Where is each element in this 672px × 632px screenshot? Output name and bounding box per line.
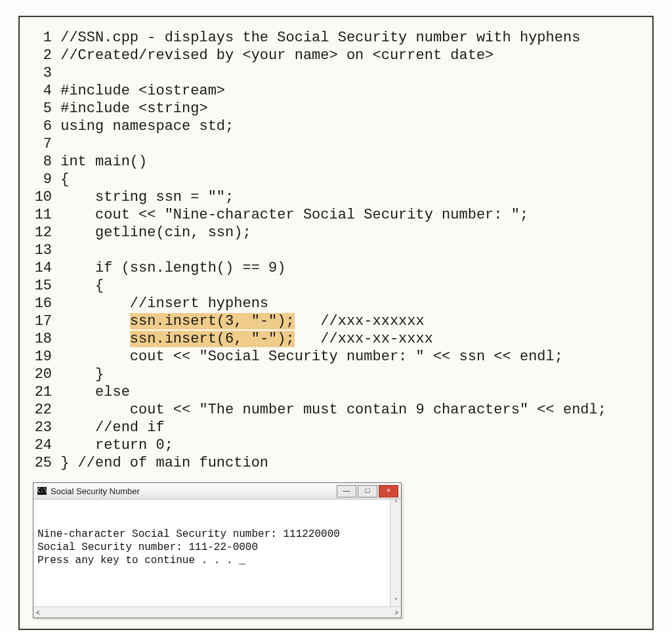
scroll-right-icon[interactable]: > [394, 609, 398, 616]
code-text: #include <string> [60, 100, 207, 117]
line-number: 15 [33, 277, 52, 295]
code-text: cout << "Social Security number: " << ss… [60, 348, 563, 365]
code-text: cout << "The number must contain 9 chara… [60, 402, 606, 418]
code-line: 14 if (ssn.length() == 9) [33, 259, 639, 277]
line-number: 7 [33, 135, 52, 153]
line-number: 12 [33, 224, 52, 242]
code-text: #include <iostream> [60, 83, 225, 99]
code-text: using namespace std; [60, 118, 234, 135]
code-line: 13 [33, 242, 639, 259]
command-prompt-icon: C:\ [37, 487, 47, 495]
line-number: 22 [33, 401, 52, 419]
code-text: //SSN.cpp - displays the Social Security… [60, 30, 580, 46]
close-button[interactable]: × [379, 485, 398, 497]
console-titlebar: C:\ Social Security Number — □ × [33, 483, 401, 499]
line-number: 18 [33, 330, 52, 348]
code-text: } [60, 366, 104, 383]
code-line: 8int main() [33, 153, 639, 171]
line-number: 20 [33, 366, 52, 383]
code-line: 15 { [33, 277, 639, 295]
line-number: 19 [33, 348, 52, 366]
code-line: 4#include <iostream> [33, 82, 639, 100]
code-line: 11 cout << "Nine-character Social Securi… [33, 206, 639, 224]
code-text: //end if [60, 419, 164, 436]
code-line: 7 [33, 135, 639, 153]
code-text: if (ssn.length() == 9) [60, 260, 285, 276]
code-line: 25} //end of main function [33, 454, 639, 472]
line-number: 24 [33, 436, 52, 454]
maximize-button[interactable]: □ [358, 485, 377, 497]
line-number: 10 [33, 188, 52, 206]
minimize-button[interactable]: — [337, 485, 356, 497]
scroll-up-icon[interactable]: ˄ [394, 499, 398, 509]
line-number: 14 [33, 259, 52, 277]
code-listing: 1//SSN.cpp - displays the Social Securit… [33, 29, 639, 472]
code-text: int main() [60, 154, 147, 170]
code-text: //xxx-xx-xxxx [295, 331, 433, 347]
code-text: //Created/revised by <your name> on <cur… [60, 47, 494, 64]
code-line: 17 ssn.insert(3, "-"); //xxx-xxxxxx [33, 312, 639, 330]
line-number: 13 [33, 242, 52, 259]
horizontal-scrollbar[interactable]: < > [33, 606, 401, 618]
code-line: 24 return 0; [33, 436, 639, 454]
code-line: 6using namespace std; [33, 117, 639, 135]
line-number: 6 [33, 117, 52, 135]
line-number: 16 [33, 295, 52, 312]
line-number: 9 [33, 171, 52, 188]
console-text: Nine-character Social Security number: 1… [37, 528, 397, 567]
line-number: 3 [33, 64, 52, 82]
line-number: 4 [33, 82, 52, 100]
console-output: Nine-character Social Security number: 1… [33, 499, 401, 606]
code-text: } //end of main function [60, 455, 268, 471]
code-line: 16 //insert hyphens [33, 295, 639, 312]
code-text: { [60, 278, 104, 294]
code-line: 23 //end if [33, 419, 639, 436]
line-number: 23 [33, 419, 52, 436]
code-line: 10 string ssn = ""; [33, 188, 639, 206]
code-text: getline(cin, ssn); [60, 224, 251, 241]
scroll-left-icon[interactable]: < [36, 609, 40, 616]
line-number: 1 [33, 29, 52, 47]
line-number: 21 [33, 383, 52, 401]
code-line: 3 [33, 64, 639, 82]
highlighted-code: ssn.insert(3, "-"); [130, 313, 295, 329]
code-snippet-container: 1//SSN.cpp - displays the Social Securit… [18, 16, 654, 630]
code-text: else [60, 384, 130, 400]
line-number: 8 [33, 153, 52, 171]
code-text: //xxx-xxxxxx [295, 313, 425, 329]
code-line: 19 cout << "Social Security number: " <<… [33, 348, 639, 366]
code-text: //insert hyphens [60, 295, 268, 312]
line-number: 25 [33, 454, 52, 472]
code-text [60, 313, 130, 329]
code-line: 5#include <string> [33, 100, 639, 117]
line-number: 5 [33, 100, 52, 117]
line-number: 2 [33, 47, 52, 64]
line-number: 11 [33, 206, 52, 224]
code-line: 1//SSN.cpp - displays the Social Securit… [33, 29, 639, 47]
highlighted-code: ssn.insert(6, "-"); [130, 331, 295, 347]
console-window: C:\ Social Security Number — □ × Nine-ch… [33, 482, 402, 618]
code-line: 20 } [33, 366, 639, 383]
code-text: cout << "Nine-character Social Security … [60, 207, 528, 223]
code-text: string ssn = ""; [60, 189, 234, 205]
code-text: return 0; [60, 437, 173, 453]
code-line: 21 else [33, 383, 639, 401]
code-line: 12 getline(cin, ssn); [33, 224, 639, 242]
code-line: 2//Created/revised by <your name> on <cu… [33, 47, 639, 64]
vertical-scrollbar[interactable]: ˄ ˅ [390, 499, 401, 606]
code-text [60, 331, 130, 347]
code-text: { [60, 171, 69, 188]
scroll-down-icon[interactable]: ˅ [394, 597, 398, 606]
line-number: 17 [33, 312, 52, 330]
window-buttons: — □ × [337, 485, 398, 497]
code-line: 9{ [33, 171, 639, 188]
console-title: Social Security Number [51, 486, 337, 496]
code-line: 18 ssn.insert(6, "-"); //xxx-xx-xxxx [33, 330, 639, 348]
code-line: 22 cout << "The number must contain 9 ch… [33, 401, 639, 419]
